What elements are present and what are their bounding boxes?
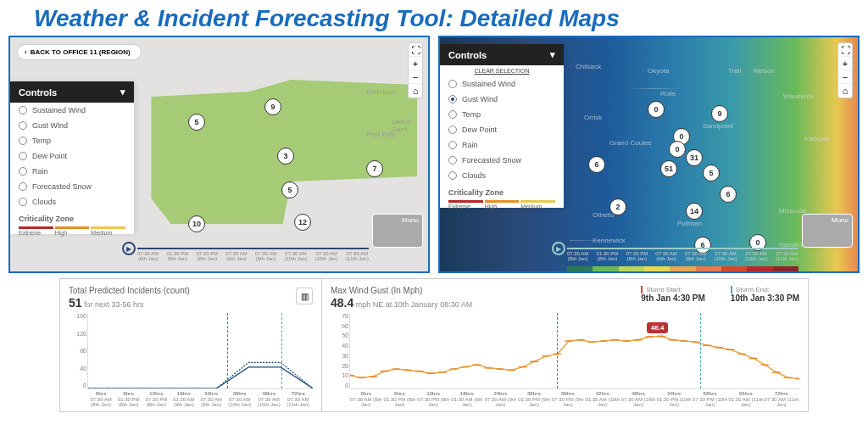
chevron-down-icon[interactable]: ▾ bbox=[550, 49, 555, 60]
zoom-button[interactable]: ⛶ bbox=[409, 43, 422, 57]
control-item-sustained-wind[interactable]: Sustained Wind bbox=[10, 103, 134, 118]
map-place-label: Waunerde bbox=[783, 92, 815, 100]
storm-start: Storm Start: 9th Jan 4:30 PM bbox=[641, 286, 705, 303]
color-scale-seg bbox=[773, 266, 798, 271]
svg-point-35 bbox=[748, 358, 758, 360]
color-scale-seg bbox=[747, 266, 772, 271]
map-marker[interactable]: 6 bbox=[720, 186, 737, 203]
timeline-tick: 01:30 PM(8th Jan) bbox=[167, 251, 189, 261]
map-marker[interactable]: 3 bbox=[277, 148, 294, 165]
map-place-label: Post Falls bbox=[366, 131, 396, 138]
timeline-track[interactable]: ▶ bbox=[137, 248, 369, 249]
play-icon[interactable]: ▶ bbox=[122, 242, 136, 255]
color-scale-seg bbox=[644, 266, 670, 271]
svg-point-27 bbox=[657, 336, 666, 338]
control-item-label: Rain bbox=[462, 141, 478, 149]
svg-point-29 bbox=[680, 340, 689, 342]
radio-icon bbox=[19, 106, 27, 114]
controls-list: Sustained WindGust WindTempDew PointRain… bbox=[440, 76, 564, 183]
control-item-forecasted-snow[interactable]: Forecasted Snow bbox=[440, 153, 564, 168]
radio-icon bbox=[448, 141, 457, 149]
x-tick: 12hrs07:30 PM (8th Jan) bbox=[142, 391, 170, 408]
svg-point-33 bbox=[726, 349, 735, 350]
criticality-label: Criticality Zone bbox=[10, 209, 134, 226]
control-item-temp[interactable]: Temp bbox=[440, 107, 564, 122]
map-marker[interactable]: 0 bbox=[669, 141, 686, 158]
timeline-left[interactable]: ▶ 07:30 AM(8th Jan)01:30 PM(8th Jan)07:3… bbox=[137, 248, 369, 268]
map-marker[interactable]: 10 bbox=[188, 215, 205, 232]
map-place-label: Kennewick bbox=[593, 237, 626, 244]
map-marker[interactable]: 5 bbox=[188, 114, 205, 131]
x-tick: 30hrs01:30 PM (9th Jan) bbox=[517, 391, 551, 408]
control-item-dew-point[interactable]: Dew Point bbox=[10, 148, 134, 164]
timeline-track[interactable]: ▶ bbox=[567, 248, 798, 249]
mono-thumbnail[interactable]: Mono bbox=[802, 214, 853, 248]
map-marker[interactable]: 6 bbox=[588, 156, 605, 173]
chevron-down-icon[interactable]: ▾ bbox=[120, 87, 125, 98]
storm-end-label: Storm End: bbox=[731, 286, 770, 293]
map-marker[interactable]: 0 bbox=[648, 101, 665, 118]
criticality-medium: Medium bbox=[520, 200, 555, 203]
x-tick: 72hrs07:30 AM (11th Jan) bbox=[283, 391, 313, 408]
zoom-button[interactable]: ⛶ bbox=[838, 43, 852, 57]
mono-thumbnail[interactable]: Mono bbox=[372, 214, 423, 248]
control-item-label: Clouds bbox=[462, 171, 486, 180]
x-tick: 60hrs07:30 PM (10th Jan) bbox=[692, 391, 727, 408]
control-item-label: Clouds bbox=[32, 198, 56, 206]
criticality-bar: ExtremeHighMedium bbox=[440, 200, 564, 208]
map-marker[interactable]: 7 bbox=[366, 160, 383, 177]
chart-area-incidents: 16012080400 bbox=[87, 313, 313, 389]
y-tick: 0 bbox=[331, 383, 348, 388]
svg-point-28 bbox=[668, 339, 677, 341]
map-place-label: Orrisk bbox=[584, 114, 602, 121]
incidents-sub: for next 33-56 hrs bbox=[82, 300, 144, 309]
timeline-tick: 07:30 AM(11th Jan) bbox=[776, 251, 798, 261]
radio-icon bbox=[448, 80, 457, 88]
clear-selection-link[interactable]: CLEAR SELECTION bbox=[440, 65, 564, 76]
map-marker[interactable]: 31 bbox=[686, 149, 703, 166]
back-button[interactable]: ‹ BACK TO OFFICE 11 (REGION) bbox=[17, 44, 142, 60]
zoom-button[interactable]: − bbox=[838, 70, 852, 84]
play-icon[interactable]: ▶ bbox=[552, 242, 565, 255]
bar-chart-icon[interactable]: ▥ bbox=[296, 288, 313, 304]
control-item-label: Dew Point bbox=[462, 126, 497, 134]
maps-row: ‹ BACK TO OFFICE 11 (REGION) Controls ▾ … bbox=[0, 36, 868, 273]
controls-header-label: Controls bbox=[448, 50, 487, 60]
timeline-right[interactable]: ▶ 07:30 AM(8th Jan)01:30 PM(8th Jan)07:3… bbox=[567, 248, 798, 268]
control-item-rain[interactable]: Rain bbox=[440, 137, 564, 153]
zoom-button[interactable]: ⌂ bbox=[409, 84, 422, 98]
map-marker[interactable]: 5 bbox=[703, 165, 720, 181]
map-place-label: Nelson bbox=[754, 67, 775, 75]
control-item-gust-wind[interactable]: Gust Wind bbox=[440, 92, 564, 107]
storm-start-label: Storm Start: bbox=[641, 286, 682, 293]
zoom-button[interactable]: ⌂ bbox=[838, 84, 852, 98]
y-tick: 50 bbox=[331, 332, 348, 338]
control-item-sustained-wind[interactable]: Sustained Wind bbox=[440, 76, 564, 92]
control-item-rain[interactable]: Rain bbox=[10, 164, 134, 179]
criticality-label-text: Medium bbox=[520, 204, 542, 209]
control-item-clouds[interactable]: Clouds bbox=[440, 168, 564, 183]
zoom-button[interactable]: − bbox=[409, 70, 422, 84]
map-marker[interactable]: 5 bbox=[281, 181, 298, 198]
region-polygon bbox=[137, 54, 417, 224]
control-item-gust-wind[interactable]: Gust Wind bbox=[10, 118, 134, 133]
control-item-temp[interactable]: Temp bbox=[10, 133, 134, 148]
timeline-labels: 07:30 AM(8th Jan)01:30 PM(8th Jan)07:30 … bbox=[567, 251, 798, 261]
zoom-button[interactable]: + bbox=[838, 57, 852, 70]
map-marker[interactable]: 51 bbox=[660, 160, 677, 177]
y-tick: 10 bbox=[331, 372, 348, 378]
controls-header: Controls ▾ bbox=[10, 81, 134, 103]
control-item-forecasted-snow[interactable]: Forecasted Snow bbox=[10, 179, 134, 194]
storm-end: Storm End: 10th Jan 3:30 PM bbox=[731, 286, 799, 303]
map-place-label: Grand Coulee bbox=[609, 139, 652, 147]
map-marker[interactable]: 9 bbox=[711, 105, 728, 122]
map-marker[interactable]: 12 bbox=[294, 214, 311, 231]
zoom-button[interactable]: + bbox=[409, 57, 422, 70]
control-item-dew-point[interactable]: Dew Point bbox=[440, 122, 564, 137]
svg-point-24 bbox=[622, 340, 632, 342]
map-marker[interactable]: 9 bbox=[264, 98, 281, 115]
map-marker[interactable]: 14 bbox=[686, 203, 703, 220]
control-item-clouds[interactable]: Clouds bbox=[10, 194, 134, 209]
y-tick: 60 bbox=[331, 323, 348, 329]
color-scale-seg bbox=[619, 266, 644, 271]
